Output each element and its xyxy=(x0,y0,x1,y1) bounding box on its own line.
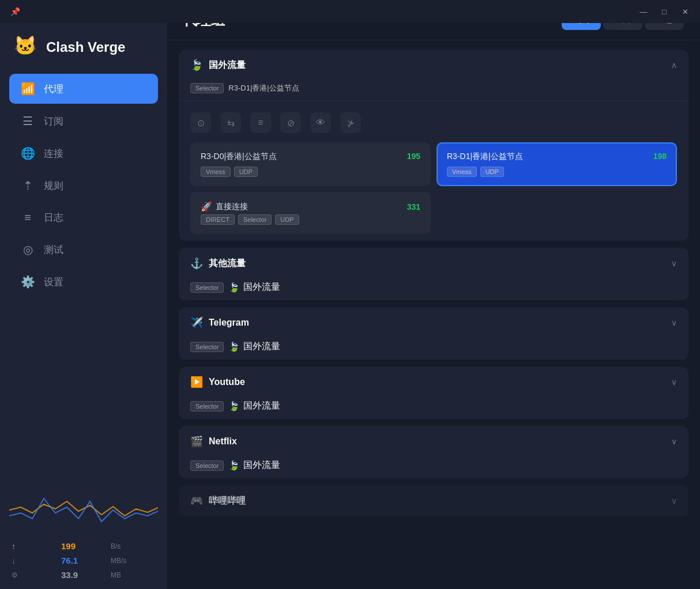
youtube-selector-tag: Selector xyxy=(190,401,224,411)
main-content: 代理组 规则 全局 直连 🍃 国外流量 ∧ Selector R3-D1|香港|… xyxy=(167,0,700,589)
group-netflix: 🎬 Netflix ∨ Selector 🍃 国外流量 xyxy=(179,426,688,478)
nodes-grid: R3-D0|香港|公益节点 195 Vmess UDP R3-D1|香港|公益节… xyxy=(190,142,677,186)
node-hk-d0-tag-vmess: Vmess xyxy=(201,167,231,177)
sidebar-item-subscribe[interactable]: ☰ 订阅 xyxy=(9,106,158,136)
cpu-unit-item: MB xyxy=(111,570,156,580)
telegram-group-name: Telegram xyxy=(209,318,249,328)
other-selector-row: Selector 🍃 国外流量 xyxy=(179,279,688,300)
sidebar-item-proxy[interactable]: 📶 代理 xyxy=(9,74,158,104)
up-arrow-icon: ↑ xyxy=(12,542,16,551)
subscribe-nav-label: 订阅 xyxy=(44,115,63,128)
telegram-selected-node: 🍃 国外流量 xyxy=(228,341,280,353)
download-value: 76.1 xyxy=(61,556,78,565)
minimize-button[interactable]: — xyxy=(633,2,654,21)
sidebar-item-test[interactable]: ◎ 测试 xyxy=(9,235,158,265)
node-hk-d1[interactable]: R3-D1|香港|公益节点 198 Vmess UDP xyxy=(436,142,677,186)
youtube-chevron-icon: ∨ xyxy=(671,377,677,387)
group-other: ⚓ 其他流量 ∨ Selector 🍃 国外流量 xyxy=(179,248,688,300)
group-youtube-header[interactable]: ▶️ Youtube ∨ xyxy=(179,367,688,398)
app-title: Clash Verge xyxy=(46,39,125,55)
youtube-group-name: Youtube xyxy=(209,377,245,387)
direct-name-row: 🚀 直接连接 331 xyxy=(201,201,420,212)
group-overseas-header[interactable]: 🍃 国外流量 ∧ xyxy=(179,50,688,81)
cpu-icon-item: ⚙ xyxy=(12,570,57,580)
filter-disable-icon[interactable]: ⊘ xyxy=(280,112,301,133)
proxy-nav-label: 代理 xyxy=(44,82,63,96)
down-arrow-icon: ↓ xyxy=(12,556,16,565)
group-other-header-left: ⚓ 其他流量 xyxy=(190,257,246,270)
upload-unit: B/s xyxy=(111,542,121,550)
overseas-expanded: ⊙ ⇆ ≡ ⊘ 👁 ⊁ R3-D0|香港|公益节点 195 xyxy=(179,100,688,241)
netflix-selector-row: Selector 🍃 国外流量 xyxy=(179,457,688,478)
filter-row: ⊙ ⇆ ≡ ⊘ 👁 ⊁ xyxy=(190,108,677,142)
sidebar-nav: 📶 代理 ☰ 订阅 🌐 连接 ⇡ 规则 ≡ 日志 ◎ 测试 ⚙️ 设置 xyxy=(0,74,167,472)
download-value-item: 76.1 xyxy=(61,556,106,565)
node-hk-d0-tag-udp: UDP xyxy=(234,167,258,177)
group-telegram-header-left: ✈️ Telegram xyxy=(190,316,249,329)
sidebar: 🐱 Clash Verge 📶 代理 ☰ 订阅 🌐 连接 ⇡ 规则 ≡ 日志 ◎… xyxy=(0,0,167,589)
cpu-unit: MB xyxy=(111,571,121,579)
youtube-group-icon: ▶️ xyxy=(190,376,203,388)
maximize-button[interactable]: □ xyxy=(654,2,675,21)
group-youtube-header-left: ▶️ Youtube xyxy=(190,376,245,388)
netflix-group-icon: 🎬 xyxy=(190,435,203,448)
filter-sort-icon[interactable]: ⇆ xyxy=(220,112,241,133)
telegram-selected-icon: 🍃 xyxy=(228,341,240,352)
pin-icon[interactable]: 📌 xyxy=(5,2,25,21)
other-group-name: 其他流量 xyxy=(209,258,246,270)
cpu-value: 33.9 xyxy=(61,570,78,580)
overseas-selected-node: R3-D1|香港|公益节点 xyxy=(228,83,299,93)
group-overseas: 🍃 国外流量 ∧ Selector R3-D1|香港|公益节点 ⊙ ⇆ ≡ ⊘ … xyxy=(179,50,688,241)
node-direct[interactable]: 🚀 直接连接 331 DIRECT Selector UDP xyxy=(190,192,431,234)
telegram-selector-row: Selector 🍃 国外流量 xyxy=(179,338,688,360)
group-bilibili-header[interactable]: 🎮 哔哩哔哩 ∨ xyxy=(179,485,688,516)
group-youtube: ▶️ Youtube ∨ Selector 🍃 国外流量 xyxy=(179,367,688,419)
netflix-selected-icon: 🍃 xyxy=(228,460,240,471)
connections-nav-label: 连接 xyxy=(44,147,63,160)
node-hk-d0-name-row: R3-D0|香港|公益节点 195 xyxy=(201,152,420,162)
sidebar-item-logs[interactable]: ≡ 日志 xyxy=(9,203,158,232)
filter-speed-icon[interactable]: ⊙ xyxy=(190,112,211,133)
direct-selector-tag: Selector xyxy=(238,214,272,225)
netflix-selected-node: 🍃 国外流量 xyxy=(228,459,280,471)
group-netflix-header[interactable]: 🎬 Netflix ∨ xyxy=(179,426,688,457)
node-hk-d0-name: R3-D0|香港|公益节点 xyxy=(201,152,277,162)
node-hk-d1-tag-vmess: Vmess xyxy=(447,167,477,177)
sidebar-item-rules[interactable]: ⇡ 规则 xyxy=(9,171,158,201)
overseas-group-name: 国外流量 xyxy=(209,59,246,71)
direct-row: 🚀 直接连接 331 DIRECT Selector UDP xyxy=(190,192,677,234)
sidebar-stats: ↑ 199 B/s ↓ 76.1 MB/s ⚙ 33.9 MB xyxy=(0,537,167,589)
node-hk-d0[interactable]: R3-D0|香港|公益节点 195 Vmess UDP xyxy=(190,142,431,186)
node-hk-d1-tag-udp: UDP xyxy=(480,167,504,177)
filter-list-icon[interactable]: ≡ xyxy=(250,112,271,133)
node-hk-d1-tags: Vmess UDP xyxy=(447,167,667,177)
node-hk-d1-name: R3-D1|香港|公益节点 xyxy=(447,152,523,162)
titlebar: 📌 — □ ✕ xyxy=(0,0,700,23)
group-netflix-header-left: 🎬 Netflix xyxy=(190,435,237,448)
group-other-header[interactable]: ⚓ 其他流量 ∨ xyxy=(179,248,688,279)
telegram-chevron-icon: ∨ xyxy=(671,318,677,327)
node-hk-d1-latency: 198 xyxy=(653,152,667,161)
cpu-icon: ⚙ xyxy=(12,571,18,579)
logs-nav-icon: ≡ xyxy=(21,211,35,224)
cpu-value-item: 33.9 xyxy=(61,570,106,580)
sidebar-item-connections[interactable]: 🌐 连接 xyxy=(9,138,158,168)
filter-tag-icon[interactable]: ⊁ xyxy=(340,112,361,133)
sidebar-item-settings[interactable]: ⚙️ 设置 xyxy=(9,267,158,297)
other-group-icon: ⚓ xyxy=(190,257,203,270)
overseas-selector-row: Selector R3-D1|香港|公益节点 xyxy=(179,81,688,100)
direct-node-name: 直接连接 xyxy=(216,202,248,212)
test-nav-icon: ◎ xyxy=(21,243,35,256)
overseas-selector-tag: Selector xyxy=(190,83,224,93)
telegram-selected-label: 国外流量 xyxy=(243,341,280,353)
close-button[interactable]: ✕ xyxy=(675,2,695,21)
group-telegram-header[interactable]: ✈️ Telegram ∨ xyxy=(179,307,688,338)
download-unit-item: MB/s xyxy=(111,556,156,565)
telegram-selector-tag: Selector xyxy=(190,342,224,352)
settings-nav-icon: ⚙️ xyxy=(21,275,35,289)
youtube-selector-row: Selector 🍃 国外流量 xyxy=(179,398,688,419)
group-overseas-header-left: 🍃 国外流量 xyxy=(190,59,246,71)
test-nav-label: 测试 xyxy=(44,243,63,256)
overseas-chevron-icon: ∧ xyxy=(671,61,677,70)
filter-visible-icon[interactable]: 👁 xyxy=(310,112,331,133)
